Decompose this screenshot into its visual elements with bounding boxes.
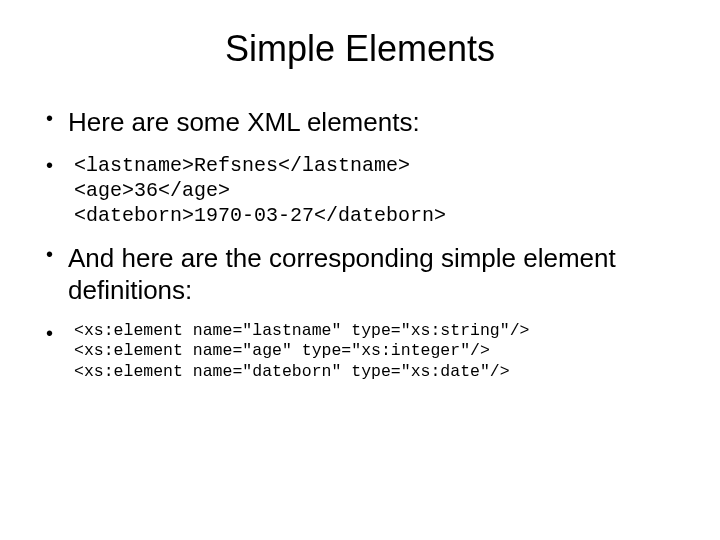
xml-code: <lastname>Refsnes</lastname> <age>36</ag…	[68, 153, 680, 228]
xsd-code: <xs:element name="lastname" type="xs:str…	[68, 321, 680, 383]
slide-title: Simple Elements	[40, 28, 680, 70]
bullet-second: And here are the corresponding simple el…	[40, 242, 680, 307]
bullet-xml-example: <lastname>Refsnes</lastname> <age>36</ag…	[40, 153, 680, 228]
bullet-xsd-example: <xs:element name="lastname" type="xs:str…	[40, 321, 680, 383]
bullet-list: Here are some XML elements: <lastname>Re…	[40, 106, 680, 382]
bullet-intro: Here are some XML elements:	[40, 106, 680, 139]
second-text: And here are the corresponding simple el…	[68, 242, 680, 307]
intro-text: Here are some XML elements:	[68, 106, 680, 139]
